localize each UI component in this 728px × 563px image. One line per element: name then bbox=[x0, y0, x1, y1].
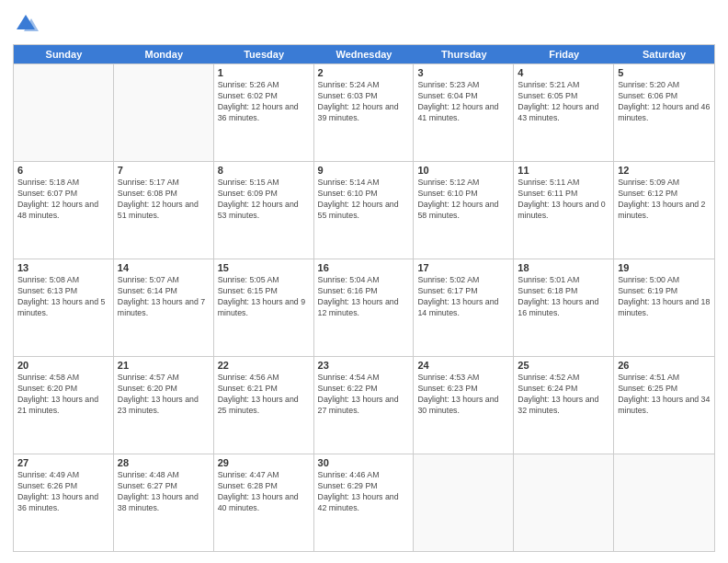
calendar-cell bbox=[14, 64, 114, 161]
calendar-body: 1Sunrise: 5:26 AM Sunset: 6:02 PM Daylig… bbox=[14, 63, 714, 551]
calendar-cell: 9Sunrise: 5:14 AM Sunset: 6:10 PM Daylig… bbox=[314, 162, 415, 259]
day-info: Sunrise: 5:00 AM Sunset: 6:19 PM Dayligh… bbox=[618, 275, 711, 319]
day-info: Sunrise: 5:08 AM Sunset: 6:13 PM Dayligh… bbox=[17, 275, 109, 319]
day-info: Sunrise: 4:52 AM Sunset: 6:24 PM Dayligh… bbox=[518, 373, 609, 417]
day-info: Sunrise: 4:51 AM Sunset: 6:25 PM Dayligh… bbox=[618, 373, 711, 417]
calendar-cell: 25Sunrise: 4:52 AM Sunset: 6:24 PM Dayli… bbox=[514, 357, 614, 454]
calendar-header-cell: Sunday bbox=[14, 45, 114, 63]
day-info: Sunrise: 4:58 AM Sunset: 6:20 PM Dayligh… bbox=[17, 373, 109, 417]
calendar-cell: 11Sunrise: 5:11 AM Sunset: 6:11 PM Dayli… bbox=[514, 162, 614, 259]
day-info: Sunrise: 4:54 AM Sunset: 6:22 PM Dayligh… bbox=[318, 373, 410, 417]
day-info: Sunrise: 5:02 AM Sunset: 6:17 PM Dayligh… bbox=[417, 275, 509, 319]
calendar-cell: 16Sunrise: 5:04 AM Sunset: 6:16 PM Dayli… bbox=[314, 259, 415, 356]
calendar-cell bbox=[114, 64, 214, 161]
day-info: Sunrise: 5:20 AM Sunset: 6:06 PM Dayligh… bbox=[618, 80, 711, 124]
calendar-row: 13Sunrise: 5:08 AM Sunset: 6:13 PM Dayli… bbox=[14, 259, 714, 356]
day-number: 15 bbox=[218, 262, 310, 273]
calendar-cell: 30Sunrise: 4:46 AM Sunset: 6:29 PM Dayli… bbox=[314, 454, 415, 551]
day-number: 3 bbox=[417, 67, 509, 78]
day-number: 20 bbox=[17, 360, 109, 371]
day-number: 6 bbox=[17, 165, 109, 176]
day-info: Sunrise: 4:56 AM Sunset: 6:21 PM Dayligh… bbox=[218, 373, 310, 417]
calendar-cell: 12Sunrise: 5:09 AM Sunset: 6:12 PM Dayli… bbox=[614, 162, 714, 259]
day-number: 26 bbox=[618, 360, 711, 371]
day-info: Sunrise: 5:23 AM Sunset: 6:04 PM Dayligh… bbox=[417, 80, 509, 124]
calendar-cell: 14Sunrise: 5:07 AM Sunset: 6:14 PM Dayli… bbox=[114, 259, 214, 356]
calendar-row: 1Sunrise: 5:26 AM Sunset: 6:02 PM Daylig… bbox=[14, 63, 714, 161]
day-info: Sunrise: 4:53 AM Sunset: 6:23 PM Dayligh… bbox=[417, 373, 509, 417]
day-info: Sunrise: 4:48 AM Sunset: 6:27 PM Dayligh… bbox=[118, 470, 210, 514]
day-number: 21 bbox=[118, 360, 210, 371]
day-number: 29 bbox=[218, 457, 310, 468]
day-number: 24 bbox=[417, 360, 509, 371]
day-info: Sunrise: 5:04 AM Sunset: 6:16 PM Dayligh… bbox=[318, 275, 410, 319]
day-info: Sunrise: 4:57 AM Sunset: 6:20 PM Dayligh… bbox=[118, 373, 210, 417]
calendar-cell bbox=[414, 454, 514, 551]
calendar-cell: 28Sunrise: 4:48 AM Sunset: 6:27 PM Dayli… bbox=[114, 454, 214, 551]
calendar-cell: 29Sunrise: 4:47 AM Sunset: 6:28 PM Dayli… bbox=[214, 454, 314, 551]
calendar-cell: 6Sunrise: 5:18 AM Sunset: 6:07 PM Daylig… bbox=[14, 162, 114, 259]
day-number: 12 bbox=[618, 165, 711, 176]
day-number: 25 bbox=[518, 360, 609, 371]
day-number: 5 bbox=[618, 67, 711, 78]
calendar-cell: 27Sunrise: 4:49 AM Sunset: 6:26 PM Dayli… bbox=[14, 454, 114, 551]
calendar-cell: 4Sunrise: 5:21 AM Sunset: 6:05 PM Daylig… bbox=[514, 64, 614, 161]
calendar-cell: 18Sunrise: 5:01 AM Sunset: 6:18 PM Dayli… bbox=[514, 259, 614, 356]
calendar-cell: 5Sunrise: 5:20 AM Sunset: 6:06 PM Daylig… bbox=[614, 64, 714, 161]
logo bbox=[13, 11, 42, 37]
day-info: Sunrise: 5:24 AM Sunset: 6:03 PM Dayligh… bbox=[318, 80, 410, 124]
calendar-cell: 20Sunrise: 4:58 AM Sunset: 6:20 PM Dayli… bbox=[14, 357, 114, 454]
day-number: 13 bbox=[17, 262, 109, 273]
day-info: Sunrise: 4:47 AM Sunset: 6:28 PM Dayligh… bbox=[218, 470, 310, 514]
day-number: 23 bbox=[318, 360, 410, 371]
day-info: Sunrise: 5:26 AM Sunset: 6:02 PM Dayligh… bbox=[218, 80, 310, 124]
day-number: 11 bbox=[518, 165, 609, 176]
day-number: 17 bbox=[417, 262, 509, 273]
calendar-cell: 7Sunrise: 5:17 AM Sunset: 6:08 PM Daylig… bbox=[114, 162, 214, 259]
calendar-header-cell: Wednesday bbox=[314, 45, 415, 63]
calendar-header-cell: Tuesday bbox=[214, 45, 314, 63]
day-info: Sunrise: 4:49 AM Sunset: 6:26 PM Dayligh… bbox=[17, 470, 109, 514]
day-info: Sunrise: 5:09 AM Sunset: 6:12 PM Dayligh… bbox=[618, 178, 711, 222]
day-number: 2 bbox=[318, 67, 410, 78]
day-info: Sunrise: 5:18 AM Sunset: 6:07 PM Dayligh… bbox=[17, 178, 109, 222]
day-number: 22 bbox=[218, 360, 310, 371]
calendar-cell: 21Sunrise: 4:57 AM Sunset: 6:20 PM Dayli… bbox=[114, 357, 214, 454]
calendar-cell: 10Sunrise: 5:12 AM Sunset: 6:10 PM Dayli… bbox=[414, 162, 514, 259]
calendar-cell: 22Sunrise: 4:56 AM Sunset: 6:21 PM Dayli… bbox=[214, 357, 314, 454]
calendar-cell: 17Sunrise: 5:02 AM Sunset: 6:17 PM Dayli… bbox=[414, 259, 514, 356]
day-info: Sunrise: 5:05 AM Sunset: 6:15 PM Dayligh… bbox=[218, 275, 310, 319]
calendar-header-cell: Friday bbox=[514, 45, 614, 63]
calendar-header-cell: Saturday bbox=[614, 45, 714, 63]
calendar-cell: 1Sunrise: 5:26 AM Sunset: 6:02 PM Daylig… bbox=[214, 64, 314, 161]
calendar-header-cell: Thursday bbox=[414, 45, 514, 63]
calendar-row: 6Sunrise: 5:18 AM Sunset: 6:07 PM Daylig… bbox=[14, 161, 714, 259]
day-number: 1 bbox=[218, 67, 310, 78]
day-info: Sunrise: 5:01 AM Sunset: 6:18 PM Dayligh… bbox=[518, 275, 609, 319]
day-number: 8 bbox=[218, 165, 310, 176]
day-number: 16 bbox=[318, 262, 410, 273]
calendar-cell bbox=[614, 454, 714, 551]
day-number: 4 bbox=[518, 67, 609, 78]
day-number: 30 bbox=[318, 457, 410, 468]
page: SundayMondayTuesdayWednesdayThursdayFrid… bbox=[0, 0, 728, 563]
day-number: 19 bbox=[618, 262, 711, 273]
calendar-cell: 15Sunrise: 5:05 AM Sunset: 6:15 PM Dayli… bbox=[214, 259, 314, 356]
day-info: Sunrise: 5:12 AM Sunset: 6:10 PM Dayligh… bbox=[417, 178, 509, 222]
day-number: 18 bbox=[518, 262, 609, 273]
calendar-cell: 23Sunrise: 4:54 AM Sunset: 6:22 PM Dayli… bbox=[314, 357, 415, 454]
day-number: 10 bbox=[417, 165, 509, 176]
day-number: 27 bbox=[17, 457, 109, 468]
day-info: Sunrise: 5:21 AM Sunset: 6:05 PM Dayligh… bbox=[518, 80, 609, 124]
day-info: Sunrise: 5:07 AM Sunset: 6:14 PM Dayligh… bbox=[118, 275, 210, 319]
calendar-header: SundayMondayTuesdayWednesdayThursdayFrid… bbox=[14, 45, 714, 63]
day-number: 14 bbox=[118, 262, 210, 273]
day-info: Sunrise: 5:11 AM Sunset: 6:11 PM Dayligh… bbox=[518, 178, 609, 222]
calendar-cell: 19Sunrise: 5:00 AM Sunset: 6:19 PM Dayli… bbox=[614, 259, 714, 356]
header bbox=[13, 11, 715, 37]
calendar: SundayMondayTuesdayWednesdayThursdayFrid… bbox=[13, 44, 715, 552]
day-number: 9 bbox=[318, 165, 410, 176]
calendar-cell: 26Sunrise: 4:51 AM Sunset: 6:25 PM Dayli… bbox=[614, 357, 714, 454]
calendar-row: 20Sunrise: 4:58 AM Sunset: 6:20 PM Dayli… bbox=[14, 356, 714, 454]
day-info: Sunrise: 5:14 AM Sunset: 6:10 PM Dayligh… bbox=[318, 178, 410, 222]
